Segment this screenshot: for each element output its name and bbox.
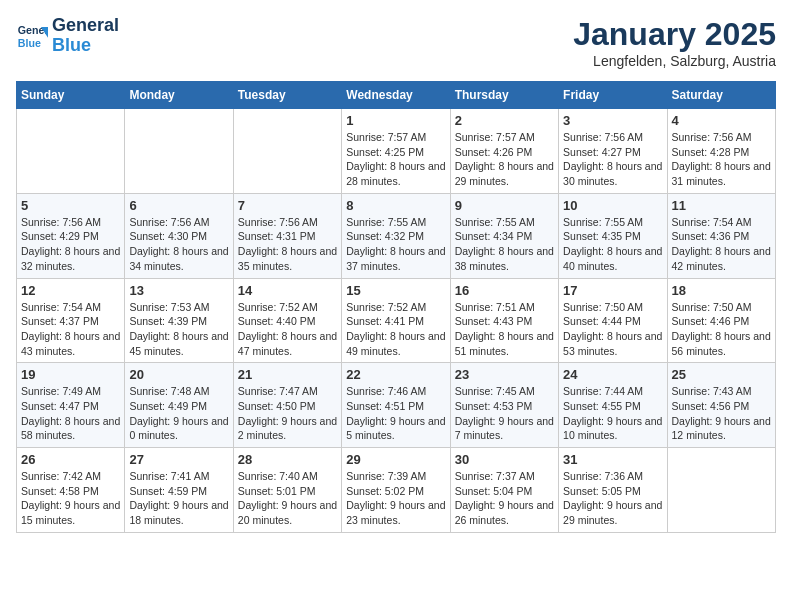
day-number: 9 — [455, 198, 554, 213]
day-number: 25 — [672, 367, 771, 382]
calendar-cell: 27Sunrise: 7:41 AMSunset: 4:59 PMDayligh… — [125, 448, 233, 533]
day-info: Sunrise: 7:49 AMSunset: 4:47 PMDaylight:… — [21, 384, 120, 443]
day-info: Sunrise: 7:55 AMSunset: 4:34 PMDaylight:… — [455, 215, 554, 274]
day-info: Sunrise: 7:56 AMSunset: 4:29 PMDaylight:… — [21, 215, 120, 274]
calendar-cell: 7Sunrise: 7:56 AMSunset: 4:31 PMDaylight… — [233, 193, 341, 278]
day-info: Sunrise: 7:44 AMSunset: 4:55 PMDaylight:… — [563, 384, 662, 443]
page-header: General Blue General Blue January 2025 L… — [16, 16, 776, 69]
calendar-cell: 3Sunrise: 7:56 AMSunset: 4:27 PMDaylight… — [559, 109, 667, 194]
day-number: 23 — [455, 367, 554, 382]
location: Lengfelden, Salzburg, Austria — [573, 53, 776, 69]
calendar-cell: 24Sunrise: 7:44 AMSunset: 4:55 PMDayligh… — [559, 363, 667, 448]
calendar-cell: 4Sunrise: 7:56 AMSunset: 4:28 PMDaylight… — [667, 109, 775, 194]
calendar-cell: 28Sunrise: 7:40 AMSunset: 5:01 PMDayligh… — [233, 448, 341, 533]
calendar-cell: 25Sunrise: 7:43 AMSunset: 4:56 PMDayligh… — [667, 363, 775, 448]
calendar-cell — [125, 109, 233, 194]
calendar-cell: 10Sunrise: 7:55 AMSunset: 4:35 PMDayligh… — [559, 193, 667, 278]
day-number: 20 — [129, 367, 228, 382]
calendar-cell: 26Sunrise: 7:42 AMSunset: 4:58 PMDayligh… — [17, 448, 125, 533]
calendar-week-row: 5Sunrise: 7:56 AMSunset: 4:29 PMDaylight… — [17, 193, 776, 278]
day-number: 11 — [672, 198, 771, 213]
day-info: Sunrise: 7:56 AMSunset: 4:30 PMDaylight:… — [129, 215, 228, 274]
calendar-cell: 8Sunrise: 7:55 AMSunset: 4:32 PMDaylight… — [342, 193, 450, 278]
calendar-week-row: 26Sunrise: 7:42 AMSunset: 4:58 PMDayligh… — [17, 448, 776, 533]
day-info: Sunrise: 7:56 AMSunset: 4:27 PMDaylight:… — [563, 130, 662, 189]
calendar-cell: 17Sunrise: 7:50 AMSunset: 4:44 PMDayligh… — [559, 278, 667, 363]
calendar-cell: 1Sunrise: 7:57 AMSunset: 4:25 PMDaylight… — [342, 109, 450, 194]
day-number: 5 — [21, 198, 120, 213]
day-number: 2 — [455, 113, 554, 128]
calendar-cell: 31Sunrise: 7:36 AMSunset: 5:05 PMDayligh… — [559, 448, 667, 533]
title-block: January 2025 Lengfelden, Salzburg, Austr… — [573, 16, 776, 69]
calendar-cell: 11Sunrise: 7:54 AMSunset: 4:36 PMDayligh… — [667, 193, 775, 278]
day-info: Sunrise: 7:43 AMSunset: 4:56 PMDaylight:… — [672, 384, 771, 443]
day-number: 6 — [129, 198, 228, 213]
day-info: Sunrise: 7:40 AMSunset: 5:01 PMDaylight:… — [238, 469, 337, 528]
day-info: Sunrise: 7:37 AMSunset: 5:04 PMDaylight:… — [455, 469, 554, 528]
day-info: Sunrise: 7:50 AMSunset: 4:46 PMDaylight:… — [672, 300, 771, 359]
day-info: Sunrise: 7:53 AMSunset: 4:39 PMDaylight:… — [129, 300, 228, 359]
day-number: 24 — [563, 367, 662, 382]
calendar-cell: 15Sunrise: 7:52 AMSunset: 4:41 PMDayligh… — [342, 278, 450, 363]
day-number: 31 — [563, 452, 662, 467]
day-info: Sunrise: 7:36 AMSunset: 5:05 PMDaylight:… — [563, 469, 662, 528]
day-info: Sunrise: 7:54 AMSunset: 4:37 PMDaylight:… — [21, 300, 120, 359]
calendar-cell: 30Sunrise: 7:37 AMSunset: 5:04 PMDayligh… — [450, 448, 558, 533]
calendar-cell: 13Sunrise: 7:53 AMSunset: 4:39 PMDayligh… — [125, 278, 233, 363]
calendar-cell: 29Sunrise: 7:39 AMSunset: 5:02 PMDayligh… — [342, 448, 450, 533]
day-number: 17 — [563, 283, 662, 298]
logo-icon: General Blue — [16, 20, 48, 52]
calendar-week-row: 19Sunrise: 7:49 AMSunset: 4:47 PMDayligh… — [17, 363, 776, 448]
day-info: Sunrise: 7:57 AMSunset: 4:26 PMDaylight:… — [455, 130, 554, 189]
svg-text:Blue: Blue — [18, 36, 41, 48]
day-number: 28 — [238, 452, 337, 467]
calendar-cell: 12Sunrise: 7:54 AMSunset: 4:37 PMDayligh… — [17, 278, 125, 363]
calendar-cell: 9Sunrise: 7:55 AMSunset: 4:34 PMDaylight… — [450, 193, 558, 278]
calendar-header-row: Sunday Monday Tuesday Wednesday Thursday… — [17, 82, 776, 109]
day-number: 8 — [346, 198, 445, 213]
day-number: 30 — [455, 452, 554, 467]
day-number: 12 — [21, 283, 120, 298]
calendar-cell: 6Sunrise: 7:56 AMSunset: 4:30 PMDaylight… — [125, 193, 233, 278]
calendar-cell — [233, 109, 341, 194]
day-number: 3 — [563, 113, 662, 128]
day-info: Sunrise: 7:56 AMSunset: 4:28 PMDaylight:… — [672, 130, 771, 189]
day-number: 1 — [346, 113, 445, 128]
day-number: 21 — [238, 367, 337, 382]
day-info: Sunrise: 7:50 AMSunset: 4:44 PMDaylight:… — [563, 300, 662, 359]
calendar-cell: 19Sunrise: 7:49 AMSunset: 4:47 PMDayligh… — [17, 363, 125, 448]
day-info: Sunrise: 7:55 AMSunset: 4:32 PMDaylight:… — [346, 215, 445, 274]
day-info: Sunrise: 7:57 AMSunset: 4:25 PMDaylight:… — [346, 130, 445, 189]
day-number: 10 — [563, 198, 662, 213]
header-tuesday: Tuesday — [233, 82, 341, 109]
day-info: Sunrise: 7:47 AMSunset: 4:50 PMDaylight:… — [238, 384, 337, 443]
calendar-cell: 21Sunrise: 7:47 AMSunset: 4:50 PMDayligh… — [233, 363, 341, 448]
day-number: 7 — [238, 198, 337, 213]
calendar-cell: 22Sunrise: 7:46 AMSunset: 4:51 PMDayligh… — [342, 363, 450, 448]
day-number: 26 — [21, 452, 120, 467]
day-info: Sunrise: 7:56 AMSunset: 4:31 PMDaylight:… — [238, 215, 337, 274]
day-number: 14 — [238, 283, 337, 298]
day-number: 19 — [21, 367, 120, 382]
calendar-cell: 16Sunrise: 7:51 AMSunset: 4:43 PMDayligh… — [450, 278, 558, 363]
calendar-cell: 23Sunrise: 7:45 AMSunset: 4:53 PMDayligh… — [450, 363, 558, 448]
day-info: Sunrise: 7:39 AMSunset: 5:02 PMDaylight:… — [346, 469, 445, 528]
day-number: 18 — [672, 283, 771, 298]
calendar-cell — [17, 109, 125, 194]
day-number: 16 — [455, 283, 554, 298]
calendar-table: Sunday Monday Tuesday Wednesday Thursday… — [16, 81, 776, 533]
day-info: Sunrise: 7:45 AMSunset: 4:53 PMDaylight:… — [455, 384, 554, 443]
day-info: Sunrise: 7:51 AMSunset: 4:43 PMDaylight:… — [455, 300, 554, 359]
day-number: 27 — [129, 452, 228, 467]
day-info: Sunrise: 7:54 AMSunset: 4:36 PMDaylight:… — [672, 215, 771, 274]
day-info: Sunrise: 7:55 AMSunset: 4:35 PMDaylight:… — [563, 215, 662, 274]
header-saturday: Saturday — [667, 82, 775, 109]
logo-text: General Blue — [52, 16, 119, 56]
month-title: January 2025 — [573, 16, 776, 53]
calendar-cell: 20Sunrise: 7:48 AMSunset: 4:49 PMDayligh… — [125, 363, 233, 448]
header-friday: Friday — [559, 82, 667, 109]
day-info: Sunrise: 7:52 AMSunset: 4:41 PMDaylight:… — [346, 300, 445, 359]
calendar-cell: 2Sunrise: 7:57 AMSunset: 4:26 PMDaylight… — [450, 109, 558, 194]
day-info: Sunrise: 7:52 AMSunset: 4:40 PMDaylight:… — [238, 300, 337, 359]
day-info: Sunrise: 7:42 AMSunset: 4:58 PMDaylight:… — [21, 469, 120, 528]
